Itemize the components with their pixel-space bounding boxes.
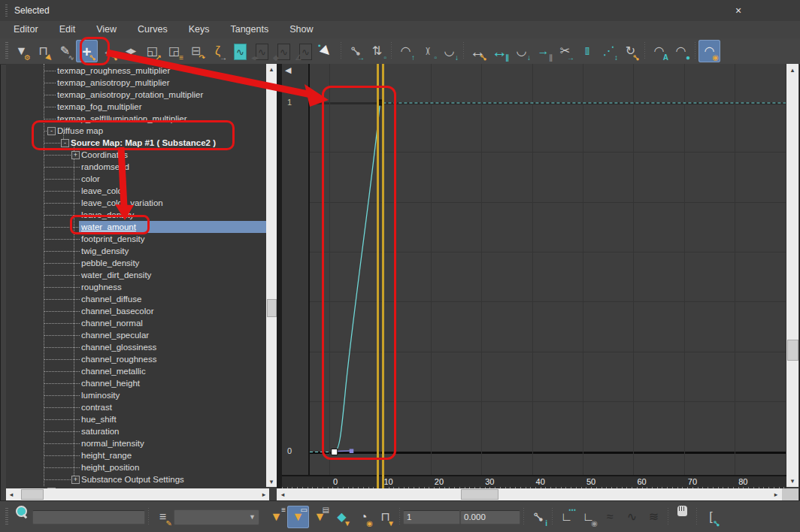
smooth-curve-button-3[interactable]: ≋ bbox=[643, 506, 665, 528]
tree-item-channel_glossiness[interactable]: channel_glossiness bbox=[6, 341, 266, 353]
tree-item-substance_output_settings[interactable]: +Substance Output Settings bbox=[6, 473, 266, 485]
tree-item-diffuse_map[interactable]: -Diffuse map bbox=[6, 125, 266, 137]
tree-item-texmap_fog_multiplier[interactable]: texmap_fog_multiplier bbox=[6, 101, 266, 113]
panel-divider[interactable] bbox=[277, 64, 282, 500]
curve-tool-button-3[interactable]: ∿∠ bbox=[294, 40, 316, 62]
tree-item-saturation[interactable]: saturation bbox=[6, 425, 266, 437]
water-amount-curve[interactable] bbox=[335, 103, 380, 452]
flatten-curve-button[interactable]: ◡↓ bbox=[511, 40, 532, 62]
name-filter-input[interactable] bbox=[32, 510, 145, 524]
tree-item-channel_height[interactable]: channel_height bbox=[6, 377, 266, 389]
tree-item-randomseed[interactable]: randomseed bbox=[6, 161, 266, 173]
align-keys-button[interactable]: ⇅▫ bbox=[366, 40, 388, 62]
show-keys-on-curve-button[interactable]: ∟⋯ bbox=[556, 506, 577, 528]
menu-show[interactable]: Show bbox=[289, 21, 313, 35]
tree-item-channel_specular[interactable]: channel_specular bbox=[6, 329, 266, 341]
close-icon[interactable]: × bbox=[731, 4, 746, 17]
tree-item-normal_intensity[interactable]: normal_intensity bbox=[6, 437, 266, 449]
key-frame1-selected[interactable] bbox=[332, 449, 338, 455]
curve-graph-panel[interactable]: ◀ 1 0 bbox=[282, 64, 786, 475]
tangent-handle-point[interactable] bbox=[350, 449, 354, 454]
tree-item-channel_diffuse[interactable]: channel_diffuse bbox=[6, 293, 266, 305]
tree-item-pebble_density[interactable]: pebble_density bbox=[6, 257, 266, 269]
break-tangents-button[interactable]: )(▫ bbox=[417, 40, 438, 62]
status-toolbar-grip[interactable] bbox=[5, 508, 8, 526]
lock-filter-button[interactable]: ⊓▼ bbox=[374, 506, 396, 528]
filter-selected-tracks-button[interactable]: ▼▭ bbox=[287, 506, 309, 528]
filter-curves-button[interactable]: ▼⚙ bbox=[11, 40, 32, 62]
value-input[interactable] bbox=[460, 510, 520, 524]
graph-hscrollbar[interactable]: ◂ ▸ bbox=[277, 488, 782, 500]
stretch-range-button[interactable]: ↔∥ bbox=[489, 40, 511, 62]
tree-item-contrast[interactable]: contrast bbox=[6, 401, 266, 413]
menu-editor[interactable]: Editor bbox=[14, 21, 38, 35]
menu-keys[interactable]: Keys bbox=[189, 21, 210, 35]
randomize-keys-button[interactable]: ⋰↕ bbox=[598, 40, 620, 62]
tree-item-roughness[interactable]: roughness bbox=[6, 281, 266, 293]
key-info-button[interactable]: ⊶i bbox=[527, 506, 549, 528]
tree-item-channel_normal[interactable]: channel_normal bbox=[6, 317, 266, 329]
tree-item-hue_shift[interactable]: hue_shift bbox=[6, 413, 266, 425]
pan-button[interactable] bbox=[671, 506, 693, 528]
edit-track-set-button[interactable]: ≡✎ bbox=[152, 506, 174, 528]
tree-vscrollbar[interactable]: ▴ ▾ bbox=[266, 64, 277, 487]
toolbar-grip[interactable] bbox=[5, 42, 8, 60]
title-bar[interactable]: Selected × bbox=[0, 0, 800, 22]
auto-tangent-button[interactable]: ◠A bbox=[648, 40, 670, 62]
tree-item-coordinates[interactable]: +Coordinates bbox=[6, 149, 266, 161]
tree-item-channel_basecolor[interactable]: channel_basecolor bbox=[6, 305, 266, 317]
slide-range-button[interactable]: ↔⊶ bbox=[467, 40, 489, 62]
tree-item-footprint_density[interactable]: footprint_density bbox=[6, 233, 266, 245]
tree-item-color[interactable]: color bbox=[6, 173, 266, 185]
region-keys-button[interactable]: [|] bbox=[576, 40, 598, 62]
smooth-curve-button-2[interactable]: ∿ bbox=[621, 506, 643, 528]
tree-item-texmap_anisotropy_multiplier[interactable]: texmap_anisotropy_multiplier bbox=[6, 77, 266, 89]
menu-view[interactable]: View bbox=[96, 21, 117, 35]
retime-keys-button[interactable]: ⊶→ bbox=[344, 40, 366, 62]
menu-tangents[interactable]: Tangents bbox=[230, 21, 268, 35]
lock-selection-button[interactable]: ⊓▶ bbox=[32, 40, 54, 62]
collapse-icon[interactable]: - bbox=[61, 139, 69, 147]
tree-item-channel_roughness[interactable]: channel_roughness bbox=[6, 353, 266, 365]
menu-curves[interactable]: Curves bbox=[138, 21, 168, 35]
zoom-region-button[interactable]: [⊶ bbox=[700, 506, 722, 528]
insert-keys-button[interactable]: ⊟↷ bbox=[185, 40, 207, 62]
tree-item-texmap_roughness_multiplier[interactable]: texmap_roughness_multiplier bbox=[6, 65, 266, 77]
draw-curves-button[interactable]: ✎∿ bbox=[54, 40, 76, 62]
tree-item-height_position[interactable]: height_position bbox=[6, 461, 266, 473]
filter-layers-button[interactable]: ◆▼ bbox=[331, 506, 353, 528]
filter-animated-tracks-button[interactable]: ▼▤ bbox=[309, 506, 331, 528]
collapse-icon[interactable]: - bbox=[47, 127, 56, 135]
curve-visibility-button[interactable]: ◠◉ bbox=[698, 40, 720, 62]
time-slider-line-left[interactable] bbox=[377, 64, 379, 488]
unify-tangents-button[interactable]: ◡↓ bbox=[438, 40, 460, 62]
tangent-raise-button[interactable]: ◠↑ bbox=[395, 40, 417, 62]
tree-item-height_range[interactable]: height_range bbox=[6, 449, 266, 461]
graph-vscrollbar[interactable]: ▴ ▾ bbox=[786, 64, 798, 487]
tree-item-texmap_selfillumination_multiplier[interactable]: texmap_selfIllumination_multiplier bbox=[6, 113, 266, 125]
curve-tool-button-1[interactable]: ∿◂▸ bbox=[250, 40, 272, 62]
isolate-curve-button[interactable]: ∿ bbox=[229, 40, 250, 62]
slide-keys-button[interactable]: ◀▶⊶ bbox=[120, 40, 141, 62]
select-cursor-button[interactable]: ▶▪ bbox=[316, 40, 338, 62]
scale-values-button[interactable]: ◲≡ bbox=[163, 40, 185, 62]
frame-input[interactable] bbox=[403, 510, 460, 524]
show-curve-eye-button[interactable]: ∟◉ bbox=[577, 506, 599, 528]
scale-keys-button[interactable]: ◱↗ bbox=[141, 40, 163, 62]
spline-tangent-button[interactable]: ◠● bbox=[670, 40, 692, 62]
filter-tracks-button[interactable]: ▼≡ bbox=[265, 506, 287, 528]
tree-item-leave_color_variation[interactable]: leave_color_variation bbox=[6, 197, 266, 209]
filter-controllers-button[interactable]: ◔◉ bbox=[353, 506, 374, 528]
tree-hscrollbar[interactable]: ◂ ▸ bbox=[6, 488, 269, 500]
curve-tool-button-2[interactable]: ∿◆ bbox=[272, 40, 294, 62]
draw-transition-button[interactable]: ζ→ bbox=[207, 40, 229, 62]
tree-item-leave_density[interactable]: leave_density bbox=[6, 209, 266, 221]
tree-item-source_map_map_1_substance2_[interactable]: -Source Map: Map #1 ( Substance2 ) bbox=[6, 137, 266, 149]
tangent-handle-line[interactable] bbox=[338, 451, 351, 452]
zoom-selection-button[interactable] bbox=[11, 506, 32, 528]
tree-item-channel_metallic[interactable]: channel_metallic bbox=[6, 365, 266, 377]
cycle-keys-button[interactable]: ↻⊶ bbox=[620, 40, 641, 62]
menu-edit[interactable]: Edit bbox=[59, 21, 76, 35]
tree-item-luminosity[interactable]: luminosity bbox=[6, 389, 266, 401]
track-set-dropdown[interactable]: ▼ bbox=[174, 509, 259, 525]
